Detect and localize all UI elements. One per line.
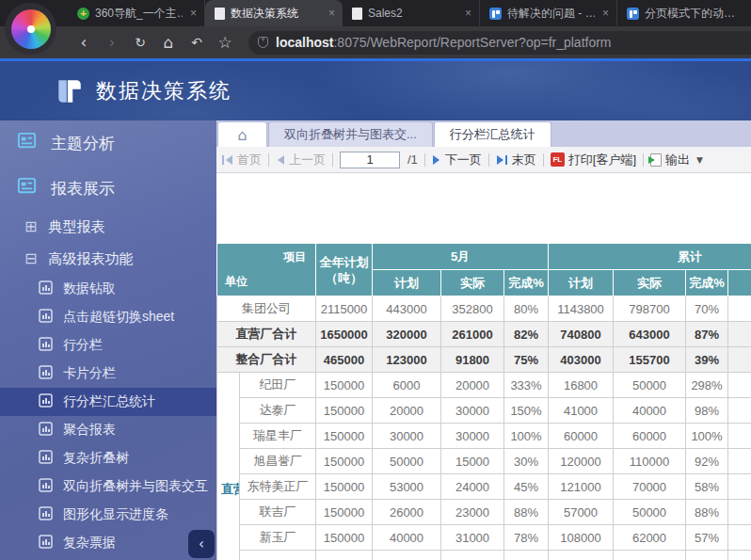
browser-tab[interactable]: 分页模式下的动… (617, 0, 751, 26)
value-cell: 20000 (441, 373, 504, 398)
value-cell: 20000 (373, 398, 441, 424)
row-name-cell: 新玉厂 (240, 525, 316, 551)
value-cell: 798700 (614, 296, 686, 322)
prev-page-button[interactable]: 上一页 (276, 152, 326, 168)
page-total-label: /1 (407, 152, 418, 167)
forward-icon[interactable]: › (100, 33, 124, 52)
browser-window: +360导航_一个主…×数据决策系统×Sales2×待解决的问题 - …×分页模… (0, 0, 751, 560)
divider (268, 153, 269, 167)
sidebar-item-双向折叠树并与图表交互[interactable]: 双向折叠树并与图表交互 (0, 472, 216, 501)
sidebar-item-label: 高级报表功能 (48, 250, 133, 268)
value-cell: 74 (728, 449, 751, 474)
print-client-button[interactable]: FL 打印[客户端] (551, 152, 636, 168)
tab-close-icon[interactable]: × (327, 7, 337, 20)
finereport-icon (489, 8, 502, 20)
browser-tab[interactable]: 待解决的问题 - …× (480, 0, 617, 26)
chart-icon (39, 309, 53, 326)
value-cell: 66 (728, 322, 751, 347)
chart-icon (39, 450, 53, 467)
value-cell: 88% (504, 500, 549, 525)
value-cell: 150% (504, 398, 549, 424)
value-cell: 333% (504, 373, 549, 398)
chart-icon (39, 506, 53, 523)
value-cell: 62000 (614, 525, 686, 551)
browser-tab-bar: +360导航_一个主…×数据决策系统×Sales2×待解决的问题 - …×分页模… (0, 0, 751, 26)
export-button[interactable]: 输出 ▼ (650, 152, 703, 168)
sidebar-item-高级报表功能[interactable]: ⊟高级报表功能 (0, 243, 216, 275)
row-name-cell (240, 551, 316, 560)
divider (332, 153, 333, 167)
value-cell: 57000 (549, 500, 614, 525)
table-row: 集团公司211500044300035280080%11438007987007… (217, 296, 751, 322)
sidebar-item-复杂折叠树[interactable]: 复杂折叠树 (0, 444, 216, 472)
sidebar-item-label: 点击超链切换sheet (63, 309, 174, 326)
next-page-button[interactable]: 下一页 (432, 152, 482, 168)
value-cell: 62 (728, 424, 751, 449)
value-cell: 80% (504, 296, 549, 322)
value-cell: 87% (686, 322, 728, 347)
chart-icon (39, 393, 53, 410)
value-cell: 50000 (614, 500, 686, 525)
next-page-icon (432, 154, 441, 166)
sidebar-item-典型报表[interactable]: ⊞典型报表 (0, 211, 216, 243)
browser-tab-label: 数据决策系统 (231, 6, 321, 22)
sidebar-item-行分栏[interactable]: 行分栏 (0, 331, 216, 360)
sidebar-item-聚合报表[interactable]: 聚合报表 (0, 416, 216, 444)
browser-tab[interactable]: 数据决策系统× (205, 0, 343, 26)
sidebar-item-图形化显示进度条[interactable]: 图形化显示进度条 (0, 501, 216, 529)
tab-close-icon[interactable]: × (600, 7, 611, 20)
first-page-button[interactable]: 首页 (221, 152, 262, 168)
sidebar-item-点击超链切换sheet[interactable]: 点击超链切换sheet (0, 303, 216, 331)
browser-tab-label: Sales2 (368, 7, 457, 20)
sidebar-item-报表展示[interactable]: 报表展示 (0, 166, 216, 211)
prev-page-icon (276, 154, 285, 166)
sidebar-item-复杂票据[interactable]: 复杂票据 (0, 529, 216, 557)
value-cell: 70% (686, 296, 728, 322)
grid-plus-icon: ⊞ (24, 219, 37, 234)
value-cell: 88 (728, 474, 751, 500)
column-header: 实际 (614, 270, 686, 296)
content-area: ⌂ 双向折叠树并与图表交...行分栏汇总统计 首页 上一页 (216, 120, 751, 560)
sidebar-item-主题分析[interactable]: 主题分析 (0, 120, 216, 166)
url-field[interactable]: localhost :8075/WebReport/ReportServer?o… (248, 31, 751, 55)
sidebar-item-数据钻取[interactable]: 数据钻取 (0, 275, 216, 303)
finereport-icon (627, 8, 639, 20)
app-header: 数据决策系统 (0, 61, 751, 120)
sidebar-item-卡片分栏[interactable]: 卡片分栏 (0, 360, 216, 388)
undo-icon[interactable]: ↶ (184, 35, 209, 50)
sidebar-collapse-button[interactable]: ‹ (188, 530, 215, 558)
table-header-row-1: 项目 单位 全年计划 （吨） 5月 累计 (217, 244, 751, 270)
row-name-cell: 联吉厂 (240, 500, 316, 525)
home-icon[interactable]: ⌂ (156, 33, 181, 52)
tab-close-icon[interactable]: × (463, 7, 473, 20)
value-cell: 1650000 (316, 322, 373, 347)
table-row (217, 551, 751, 560)
value-cell: 261000 (441, 322, 504, 347)
sidebar-item-行分栏汇总统计[interactable]: 行分栏汇总统计 (0, 388, 216, 416)
row-name-cell: 整合厂合计 (217, 347, 316, 373)
value-cell: 155700 (614, 347, 686, 373)
last-page-button[interactable]: 末页 (496, 152, 536, 168)
bookmark-star-icon[interactable]: ☆ (213, 33, 237, 52)
pager-toolbar: 首页 上一页 /1 下一页 (216, 147, 751, 173)
table-row: 整合厂合计4650001230009180075%40300015570039%… (217, 347, 751, 373)
browser-tab[interactable]: +360导航_一个主…× (68, 0, 205, 26)
report-tab[interactable]: 双向折叠树并与图表交... (268, 121, 433, 147)
browser-tab[interactable]: Sales2× (343, 0, 480, 26)
value-cell: 60 (728, 525, 751, 551)
report-tab[interactable]: 行分栏汇总统计 (434, 121, 551, 147)
back-icon[interactable]: ‹ (72, 33, 96, 52)
value-cell: 26000 (373, 500, 441, 525)
value-cell: 15000 (441, 449, 504, 474)
column-header: 实际 (441, 270, 504, 296)
page-icon (352, 8, 362, 20)
table-row: 瑞星丰厂1500003000030000100%6000060000100%62 (217, 424, 751, 449)
value-cell (504, 551, 549, 560)
tab-close-icon[interactable]: × (188, 7, 199, 20)
column-header: 计划 (549, 270, 614, 296)
page-number-input[interactable] (340, 152, 400, 168)
first-page-icon (221, 154, 233, 166)
reload-icon[interactable]: ↻ (128, 35, 152, 50)
report-home-tab[interactable]: ⌂ (217, 121, 267, 147)
browser-tab-label: 分页模式下的动… (645, 6, 748, 22)
